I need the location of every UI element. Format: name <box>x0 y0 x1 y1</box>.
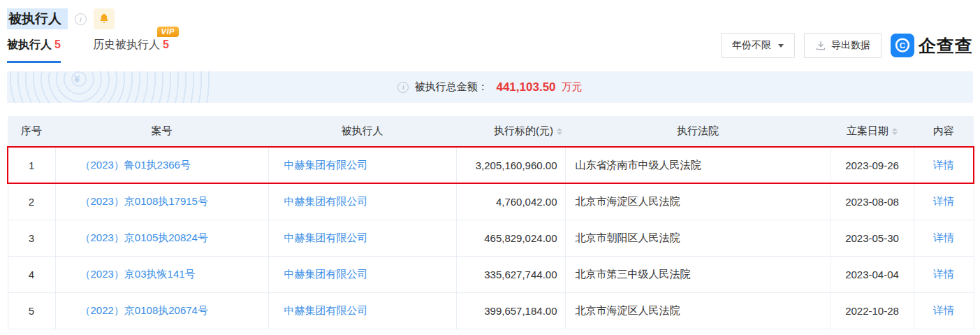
column-header-defendant: 被执行人 <box>268 116 456 147</box>
execution-amount: 4,760,042.00 <box>456 183 565 220</box>
executed-persons-table: 序号 案号 被执行人 执行标的(元) 执行法院 立案日期 内容 1 （2023）… <box>7 116 973 329</box>
defendant-link[interactable]: 中赫集团有限公司 <box>284 195 368 207</box>
detail-link[interactable]: 详情 <box>933 304 954 316</box>
total-amount-label: 被执行总金额： <box>414 80 488 94</box>
tab-label: 历史被执行人 <box>93 38 160 50</box>
row-index: 5 <box>8 292 55 329</box>
court-name: 北京市第三中级人民法院 <box>565 256 831 292</box>
page-title: 被执行人 <box>7 8 68 29</box>
bell-icon <box>98 13 110 25</box>
defendant-link[interactable]: 中赫集团有限公司 <box>284 304 368 316</box>
year-filter-dropdown[interactable]: 年份不限 <box>721 33 795 58</box>
total-amount-value: 441,103.50 <box>496 80 555 94</box>
brand-name: 企查查 <box>919 34 973 57</box>
svg-text:C: C <box>900 41 906 50</box>
brand-logo: C 企查查 <box>891 34 973 57</box>
case-number-link[interactable]: （2023）京0108执17915号 <box>80 195 208 207</box>
detail-link[interactable]: 详情 <box>933 268 954 280</box>
total-amount-unit: 万元 <box>562 80 583 94</box>
row-index: 2 <box>8 183 55 220</box>
ripple-watermark <box>7 71 210 103</box>
detail-link[interactable]: 详情 <box>933 159 954 171</box>
toolbar: 年份不限 导出数据 C 企查查 <box>721 33 973 58</box>
sort-icon <box>557 128 562 135</box>
execution-amount: 335,627,744.00 <box>456 256 565 292</box>
filing-date: 2023-09-26 <box>831 147 914 183</box>
export-data-button[interactable]: 导出数据 <box>804 33 882 58</box>
filing-date: 2023-05-30 <box>831 220 914 256</box>
filing-date: 2022-10-28 <box>831 292 914 329</box>
table-row: 4 （2023）京03执恢141号 中赫集团有限公司 335,627,744.0… <box>8 256 974 292</box>
info-icon[interactable]: i <box>75 13 87 25</box>
court-name: 北京市海淀区人民法院 <box>565 292 831 329</box>
tab-history-executed[interactable]: VIP 历史被执行人5 <box>93 38 169 63</box>
defendant-link[interactable]: 中赫集团有限公司 <box>284 159 368 171</box>
table-header-row: 序号 案号 被执行人 执行标的(元) 执行法院 立案日期 内容 <box>8 116 974 147</box>
case-number-link[interactable]: （2022）京0108执20674号 <box>80 304 208 316</box>
table-row: 2 （2023）京0108执17915号 中赫集团有限公司 4,760,042.… <box>8 183 974 220</box>
court-name: 北京市海淀区人民法院 <box>565 183 831 220</box>
detail-link[interactable]: 详情 <box>933 231 954 243</box>
case-number-link[interactable]: （2023）鲁01执2366号 <box>80 159 191 171</box>
tab-current-executed[interactable]: 被执行人5 <box>7 38 61 63</box>
row-index: 3 <box>8 220 55 256</box>
execution-amount: 465,829,024.00 <box>456 220 565 256</box>
chevron-down-icon <box>778 44 784 48</box>
bell-notify-button[interactable] <box>94 8 115 29</box>
download-icon <box>815 40 826 51</box>
defendant-link[interactable]: 中赫集团有限公司 <box>284 268 368 280</box>
detail-link[interactable]: 详情 <box>933 195 954 207</box>
row-index: 4 <box>8 256 55 292</box>
column-header-filing-date-sortable[interactable]: 立案日期 <box>831 116 914 147</box>
table-row: 1 （2023）鲁01执2366号 中赫集团有限公司 3,205,160,960… <box>8 147 974 183</box>
year-filter-label: 年份不限 <box>732 39 771 52</box>
execution-amount: 399,657,184.00 <box>456 292 565 329</box>
column-header-index: 序号 <box>8 116 55 147</box>
defendant-link[interactable]: 中赫集团有限公司 <box>284 231 368 243</box>
tab-count-badge: 5 <box>54 38 61 50</box>
page-header: 被执行人 i 被执行人5 VIP 历史被执行人5 年份不限 导出数据 <box>0 0 980 63</box>
total-amount-banner: ¥ i 被执行总金额： 441,103.50 万元 <box>7 71 973 103</box>
column-header-amount-sortable[interactable]: 执行标的(元) <box>456 116 565 147</box>
title-row: 被执行人 i <box>7 8 973 30</box>
vip-badge: VIP <box>157 27 179 37</box>
court-name: 山东省济南市中级人民法院 <box>565 147 831 183</box>
court-name: 北京市朝阳区人民法院 <box>565 220 831 256</box>
execution-amount: 3,205,160,960.00 <box>456 147 565 183</box>
tab-count-badge: 5 <box>163 38 169 50</box>
column-header-content: 内容 <box>914 116 974 147</box>
filing-date: 2023-08-08 <box>831 183 914 220</box>
column-header-court: 执行法院 <box>565 116 831 147</box>
tab-label: 被执行人 <box>7 38 52 50</box>
qichacha-logo-icon: C <box>891 34 914 57</box>
export-label: 导出数据 <box>831 39 870 52</box>
table-row: 5 （2022）京0108执20674号 中赫集团有限公司 399,657,18… <box>8 292 974 329</box>
sort-icon <box>892 128 898 135</box>
filing-date: 2023-04-04 <box>831 256 914 292</box>
row-index: 1 <box>8 147 55 183</box>
table-row: 3 （2023）京0105执20824号 中赫集团有限公司 465,829,02… <box>8 220 974 256</box>
yen-watermark-icon: ¥ <box>74 73 80 85</box>
column-header-case-no: 案号 <box>55 116 268 147</box>
case-number-link[interactable]: （2023）京0105执20824号 <box>80 231 208 243</box>
case-number-link[interactable]: （2023）京03执恢141号 <box>80 268 196 280</box>
info-icon[interactable]: i <box>397 82 409 93</box>
